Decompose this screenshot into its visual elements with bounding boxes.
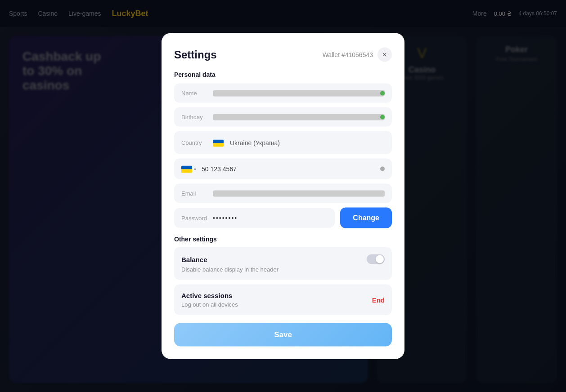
modal-header: Settings Wallet #41056543 × bbox=[174, 48, 392, 62]
name-label: Name bbox=[181, 90, 213, 97]
country-value[interactable]: Ukraine (Україна) bbox=[230, 139, 385, 146]
country-flag bbox=[213, 138, 224, 148]
sessions-card-left: Active sessions Log out on all devices bbox=[181, 292, 238, 308]
change-password-button[interactable]: Change bbox=[340, 208, 392, 228]
save-button[interactable]: Save bbox=[174, 323, 392, 347]
phone-field-row: ▾ 50 123 4567 bbox=[174, 159, 392, 179]
sessions-card-desc: Log out on all devices bbox=[181, 301, 238, 308]
phone-status-dot bbox=[380, 167, 385, 171]
sessions-card-title: Active sessions bbox=[181, 292, 238, 299]
modal-title: Settings bbox=[174, 49, 217, 61]
birthday-label: Birthday bbox=[181, 114, 213, 120]
password-row: Password •••••••• Change bbox=[174, 208, 392, 228]
end-sessions-button[interactable]: End bbox=[372, 296, 385, 303]
password-label: Password bbox=[181, 214, 213, 221]
phone-flag bbox=[181, 165, 192, 173]
password-field: Password •••••••• bbox=[174, 208, 335, 228]
personal-data-label: Personal data bbox=[174, 71, 392, 78]
sessions-card-header: Active sessions Log out on all devices E… bbox=[181, 292, 385, 308]
birthday-value[interactable] bbox=[213, 114, 385, 120]
email-label: Email bbox=[181, 190, 213, 197]
phone-number[interactable]: 50 123 4567 bbox=[202, 165, 385, 173]
country-label: Country bbox=[181, 139, 213, 146]
other-settings-label: Other settings bbox=[174, 236, 392, 243]
modal-wallet-area: Wallet #41056543 × bbox=[323, 48, 392, 62]
chevron-down-icon: ▾ bbox=[194, 166, 196, 171]
balance-setting-card: Balance Disable balance display in the h… bbox=[174, 247, 392, 280]
email-field-row: Email bbox=[174, 184, 392, 203]
balance-card-desc: Disable balance display in the header bbox=[181, 266, 385, 273]
phone-ukraine-flag bbox=[181, 165, 192, 173]
name-field-row: Name bbox=[174, 84, 392, 103]
email-value[interactable] bbox=[213, 190, 385, 196]
name-status-dot bbox=[380, 91, 385, 95]
sessions-setting-card: Active sessions Log out on all devices E… bbox=[174, 285, 392, 315]
name-value[interactable] bbox=[213, 90, 385, 96]
wallet-id: Wallet #41056543 bbox=[323, 51, 373, 58]
settings-modal: Settings Wallet #41056543 × Personal dat… bbox=[162, 33, 404, 359]
personal-data-fields: Name Birthday Country Ukraine (Україна) bbox=[174, 84, 392, 203]
balance-card-title: Balance bbox=[181, 255, 207, 263]
country-field-row: Country Ukraine (Україна) bbox=[174, 131, 392, 154]
phone-country-selector[interactable]: ▾ bbox=[181, 165, 196, 173]
balance-toggle[interactable] bbox=[367, 254, 385, 264]
close-button[interactable]: × bbox=[377, 48, 392, 62]
birthday-field-row: Birthday bbox=[174, 107, 392, 127]
ukraine-flag bbox=[213, 139, 224, 147]
password-dots: •••••••• bbox=[213, 214, 238, 222]
birthday-status-dot bbox=[380, 115, 385, 119]
balance-card-header: Balance bbox=[181, 254, 385, 264]
